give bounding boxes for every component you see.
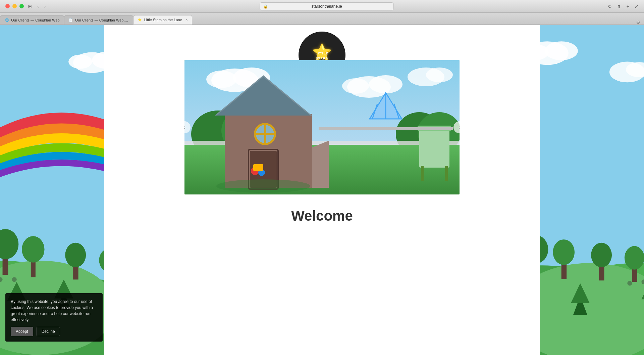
svg-point-57: [426, 68, 453, 82]
welcome-section: Welcome: [104, 194, 540, 234]
svg-point-3: [68, 54, 92, 69]
tab-1-label: Our Clients — Coughlan Web: [11, 18, 60, 22]
svg-point-30: [540, 263, 644, 355]
tab-3-label: Little Stars on the Lane: [144, 18, 182, 22]
tab-1-favicon: 🌐: [4, 18, 9, 23]
svg-point-52: [206, 71, 236, 88]
svg-rect-85: [445, 166, 448, 181]
cookie-decline-button[interactable]: Decline: [37, 327, 60, 336]
lock-icon: 🔒: [263, 4, 268, 8]
svg-point-55: [342, 78, 369, 94]
svg-rect-82: [419, 127, 449, 168]
nav-controls: ⊞ ‹ ›: [28, 4, 46, 9]
svg-point-34: [553, 239, 575, 265]
cookie-message: By using this website, you agree to our …: [11, 299, 97, 323]
tab-bar: 🌐 Our Clients — Coughlan Web 📄 Our Clien…: [0, 13, 644, 25]
url-bar[interactable]: 🔒 starsonthelane.ie: [260, 2, 394, 10]
svg-marker-88: [312, 141, 329, 188]
svg-point-38: [625, 246, 644, 270]
slider-container: ‹ ›: [184, 60, 460, 194]
svg-point-10: [22, 236, 44, 263]
tab-search-icon[interactable]: ⊕: [636, 19, 640, 25]
traffic-lights: [5, 4, 24, 8]
tab-2[interactable]: 📄 Our Clients — Coughlan Web, We teach C…: [64, 15, 133, 25]
fullscreen-button[interactable]: [19, 4, 24, 8]
tab-3[interactable]: ⭐ Little Stars on the Lane ×: [133, 15, 192, 25]
cookie-accept-button[interactable]: Accept: [11, 327, 33, 336]
share-icon[interactable]: ⬆: [617, 4, 621, 9]
svg-point-21: [12, 277, 17, 282]
svg-point-54: [369, 75, 402, 93]
svg-point-12: [65, 243, 86, 267]
svg-point-87: [216, 179, 310, 193]
close-button[interactable]: [5, 4, 10, 8]
tab-3-close[interactable]: ×: [185, 17, 188, 22]
svg-rect-86: [319, 127, 453, 130]
svg-rect-84: [421, 166, 424, 181]
back-icon[interactable]: ‹: [37, 4, 39, 9]
cookie-banner: By using this website, you agree to our …: [5, 293, 103, 342]
cookie-buttons: Accept Decline: [11, 327, 97, 336]
tab-bar-right: ⊕: [632, 19, 644, 25]
bg-right: [540, 25, 644, 355]
website-content: ⭐ LITTLE STARS ON THE LANE Welcome News …: [0, 25, 644, 355]
svg-point-47: [627, 281, 632, 286]
tab-2-label: Our Clients — Coughlan Web, We teach Cod…: [75, 18, 129, 22]
window-chrome: ⊞ ‹ › 🔒 starsonthelane.ie ↻ ⬆ + ⤢: [0, 0, 644, 13]
url-text: starsonthelane.ie: [311, 4, 342, 9]
sidebar-toggle-icon[interactable]: ⊞: [28, 4, 32, 9]
url-bar-area: 🔒 starsonthelane.ie: [46, 2, 607, 10]
tab-2-favicon: 📄: [68, 18, 73, 23]
center-content: ⭐ LITTLE STARS ON THE LANE Welcome News …: [104, 25, 540, 355]
tab-1[interactable]: 🌐 Our Clients — Coughlan Web: [0, 15, 64, 25]
window-options-icon[interactable]: ⤢: [635, 4, 639, 9]
minimize-button[interactable]: [12, 4, 17, 8]
forward-icon[interactable]: ›: [44, 4, 46, 9]
slider-image: ‹ ›: [184, 60, 460, 194]
svg-point-36: [591, 243, 612, 267]
tab-3-favicon: ⭐: [138, 17, 142, 22]
add-tab-icon[interactable]: +: [627, 4, 629, 9]
reload-icon[interactable]: ↻: [608, 4, 612, 9]
svg-rect-76: [253, 164, 263, 171]
svg-point-24: [545, 41, 578, 60]
browser-nav-icons: ↻ ⬆ + ⤢: [608, 4, 639, 9]
welcome-title: Welcome: [111, 208, 533, 224]
